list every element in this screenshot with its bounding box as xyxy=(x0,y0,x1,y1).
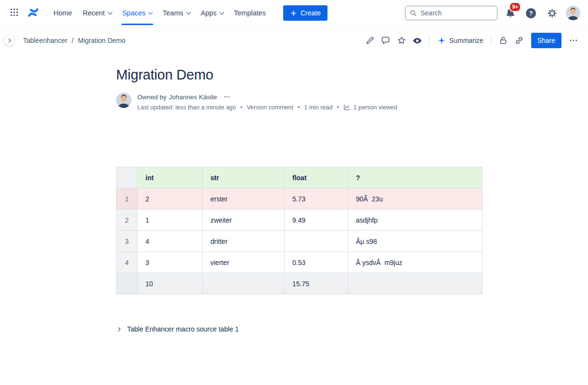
column-header-str: str xyxy=(203,167,285,188)
cell-q: 90Ã 23u xyxy=(348,188,483,210)
toolbar-divider xyxy=(491,36,492,45)
chevron-right-icon xyxy=(116,326,122,332)
cell-float: 9.49 xyxy=(285,210,348,231)
cell-int: 4 xyxy=(138,231,203,252)
breadcrumb: Tableenhancer / Migration Demo xyxy=(23,37,126,44)
column-header-int: int xyxy=(138,167,203,188)
row-number xyxy=(117,273,138,294)
pencil-icon xyxy=(365,36,375,45)
chevron-down-icon xyxy=(148,10,153,14)
owner-avatar[interactable] xyxy=(116,93,131,108)
cell-str: zweiter xyxy=(203,210,285,231)
nav-apps[interactable]: Apps xyxy=(196,5,228,21)
nav-templates[interactable]: Templates xyxy=(229,5,271,21)
app-grid-icon xyxy=(9,7,19,19)
settings-gear-icon xyxy=(547,8,557,18)
table-corner-cell xyxy=(117,167,138,188)
table-row: 3 4 dritter Âµ s98 xyxy=(117,231,483,252)
nav-apps-label: Apps xyxy=(201,9,217,17)
column-header-q: ? xyxy=(348,167,483,188)
plus-icon xyxy=(290,10,297,17)
comment-icon xyxy=(381,36,391,45)
table-row: 1 2 erster 5.73 90Ã 23u xyxy=(117,188,483,210)
toolbar-divider xyxy=(429,36,430,45)
primary-nav: Home Recent Spaces Teams Apps Templates xyxy=(49,5,271,21)
footer-cell-int: 10 xyxy=(138,273,203,294)
dot-separator: • xyxy=(240,104,242,111)
cell-q: asdjhfp xyxy=(348,210,483,231)
cell-int: 2 xyxy=(138,188,203,210)
ellipsis-icon xyxy=(569,36,578,45)
nav-spaces[interactable]: Spaces xyxy=(118,5,157,21)
cell-str: erster xyxy=(203,188,285,210)
create-button[interactable]: Create xyxy=(283,5,327,21)
dot-separator: • xyxy=(337,104,339,111)
cell-int: 3 xyxy=(138,252,203,273)
user-avatar[interactable] xyxy=(566,6,580,20)
settings-button[interactable] xyxy=(545,6,560,21)
star-button[interactable] xyxy=(394,33,409,48)
copy-link-button[interactable] xyxy=(511,33,527,48)
search-box xyxy=(405,6,497,20)
chevron-right-icon xyxy=(7,38,13,43)
star-icon xyxy=(397,36,406,45)
byline-more-button[interactable] xyxy=(222,93,232,101)
watch-button[interactable] xyxy=(410,33,425,48)
owner-name-link[interactable]: Johannes Kästle xyxy=(169,93,217,101)
table-row: 2 1 zweiter 9.49 asdjhfp xyxy=(117,210,483,231)
create-button-label: Create xyxy=(301,9,321,17)
chevron-down-icon xyxy=(219,10,224,14)
help-button[interactable] xyxy=(523,6,538,21)
app-switcher-button[interactable] xyxy=(7,5,22,21)
dot-separator: • xyxy=(298,104,300,111)
source-table-expander[interactable]: Table Enhancer macro source table 1 xyxy=(116,325,482,333)
people-viewed-text: 1 person viewed xyxy=(353,104,397,111)
top-navigation: Home Recent Spaces Teams Apps Templates … xyxy=(0,0,588,27)
summarize-button[interactable]: Summarize xyxy=(433,33,487,48)
sidebar-expand-button[interactable] xyxy=(4,35,15,46)
page-title: Migration Demo xyxy=(116,67,482,83)
notifications-button[interactable]: 9+ xyxy=(504,6,517,20)
help-icon xyxy=(526,8,536,18)
cell-float xyxy=(285,231,348,252)
confluence-home-button[interactable] xyxy=(25,4,42,22)
cell-float: 0.53 xyxy=(285,252,348,273)
cell-float: 5.73 xyxy=(285,188,348,210)
people-viewed[interactable]: 1 person viewed xyxy=(343,104,397,111)
share-button[interactable]: Share xyxy=(531,33,562,48)
comment-button[interactable] xyxy=(378,33,393,48)
nav-teams-label: Teams xyxy=(163,9,183,17)
expander-label: Table Enhancer macro source table 1 xyxy=(127,325,239,333)
nav-home[interactable]: Home xyxy=(49,5,77,21)
edit-button[interactable] xyxy=(362,33,378,48)
page-actions: Summarize Share xyxy=(362,33,581,48)
breadcrumb-separator: / xyxy=(72,37,74,44)
nav-recent[interactable]: Recent xyxy=(78,5,117,21)
more-actions-button[interactable] xyxy=(566,33,581,48)
footer-cell-float: 15.75 xyxy=(285,273,348,294)
cell-q: Â ysdvÃ m9juz xyxy=(348,252,483,273)
read-time-text: 1 min read xyxy=(304,104,332,111)
search-input[interactable] xyxy=(420,9,493,17)
summarize-label: Summarize xyxy=(449,37,483,44)
nav-home-label: Home xyxy=(53,9,72,17)
cell-int: 1 xyxy=(138,210,203,231)
chevron-down-icon xyxy=(186,10,191,14)
cell-q: Âµ s98 xyxy=(348,231,483,252)
analytics-chart-icon xyxy=(343,104,351,111)
table-footer-row: 10 15.75 xyxy=(117,273,483,294)
ellipsis-icon xyxy=(223,93,230,100)
watch-eye-icon xyxy=(412,36,422,46)
nav-teams[interactable]: Teams xyxy=(158,5,195,21)
table-container: int str float ? 1 2 erster 5.73 90Ã 23u … xyxy=(116,167,482,294)
footer-cell-str xyxy=(203,273,285,294)
restrictions-button[interactable] xyxy=(496,33,511,48)
search-icon xyxy=(409,9,417,17)
row-number: 2 xyxy=(117,210,138,231)
breadcrumb-space[interactable]: Tableenhancer xyxy=(23,37,67,44)
data-table: int str float ? 1 2 erster 5.73 90Ã 23u … xyxy=(116,167,483,294)
version-comment-link[interactable]: Version comment xyxy=(247,104,293,111)
ai-sparkle-icon xyxy=(437,36,446,45)
footer-cell-q xyxy=(348,273,483,294)
breadcrumb-page[interactable]: Migration Demo xyxy=(78,37,126,44)
